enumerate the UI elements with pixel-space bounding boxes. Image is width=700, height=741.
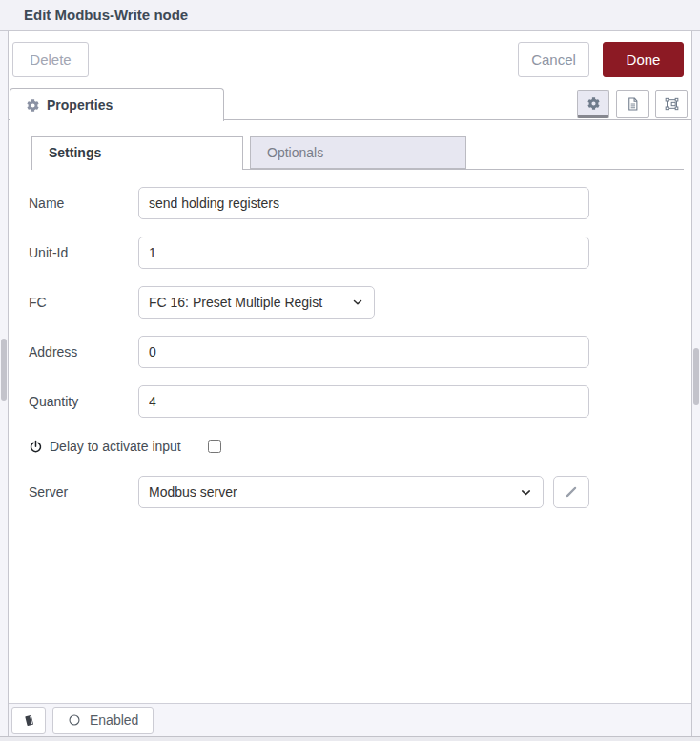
delay-label: Delay to activate input bbox=[50, 439, 181, 454]
address-input[interactable] bbox=[138, 336, 589, 368]
chevron-down-icon bbox=[351, 296, 364, 309]
tray-footer: Enabled bbox=[9, 703, 691, 736]
enabled-toggle-button[interactable]: Enabled bbox=[52, 707, 154, 734]
unit-id-input[interactable] bbox=[138, 237, 589, 269]
document-icon bbox=[626, 96, 640, 112]
dialog-header: Edit Modbus-Write node bbox=[0, 0, 700, 31]
fc-selected-value: FC 16: Preset Multiple Regist bbox=[149, 295, 343, 310]
tab-optionals[interactable]: Optionals bbox=[250, 136, 466, 169]
fc-label: FC bbox=[29, 295, 138, 310]
fc-select[interactable]: FC 16: Preset Multiple Regist bbox=[138, 286, 375, 319]
sidebar-scrollbar[interactable] bbox=[692, 31, 700, 736]
book-icon bbox=[22, 713, 36, 728]
properties-tool-button[interactable] bbox=[577, 90, 609, 118]
edit-node-dialog: Edit Modbus-Write node Delete Cancel Don… bbox=[0, 0, 700, 741]
appearance-tool-button[interactable] bbox=[655, 90, 688, 118]
description-tool-button[interactable] bbox=[616, 90, 649, 118]
workspace-edge bbox=[0, 736, 700, 741]
properties-panel: Settings Optionals Name Unit-Id FC FC 16… bbox=[9, 120, 691, 703]
tab-settings[interactable]: Settings bbox=[31, 136, 243, 170]
quantity-label: Quantity bbox=[29, 394, 138, 409]
palette-scrollbar[interactable] bbox=[0, 31, 8, 736]
pencil-icon bbox=[565, 485, 578, 499]
settings-form: Name Unit-Id FC FC 16: Preset Multiple R… bbox=[9, 187, 691, 508]
scrollbar-thumb[interactable] bbox=[1, 339, 7, 401]
edit-tray: Delete Cancel Done Properties bbox=[8, 31, 692, 736]
address-label: Address bbox=[29, 344, 138, 360]
name-label: Name bbox=[29, 196, 138, 211]
server-edit-button[interactable] bbox=[553, 476, 589, 508]
dialog-toolbar: Delete Cancel Done bbox=[9, 31, 691, 88]
unit-id-row: Unit-Id bbox=[9, 237, 691, 269]
scrollbar-thumb[interactable] bbox=[693, 348, 699, 405]
name-input[interactable] bbox=[138, 187, 589, 219]
server-selected-value: Modbus server bbox=[149, 484, 511, 500]
delete-button[interactable]: Delete bbox=[12, 42, 89, 77]
delay-checkbox[interactable] bbox=[208, 440, 221, 453]
gear-icon bbox=[27, 99, 39, 112]
done-button[interactable]: Done bbox=[603, 42, 684, 77]
quantity-input[interactable] bbox=[138, 385, 589, 418]
enabled-label: Enabled bbox=[90, 712, 138, 728]
cancel-button[interactable]: Cancel bbox=[518, 42, 589, 77]
quantity-row: Quantity bbox=[9, 385, 691, 418]
delay-row: Delay to activate input bbox=[9, 435, 691, 458]
tray-tabbar: Properties bbox=[9, 88, 691, 120]
dialog-title: Edit Modbus-Write node bbox=[24, 7, 188, 23]
tab-properties[interactable]: Properties bbox=[10, 88, 224, 121]
server-label: Server bbox=[29, 484, 138, 500]
chevron-down-icon bbox=[519, 485, 533, 500]
server-row: Server Modbus server bbox=[9, 476, 691, 508]
server-select[interactable]: Modbus server bbox=[138, 476, 544, 508]
unit-id-label: Unit-Id bbox=[29, 245, 138, 260]
settings-tabbar: Settings Optionals bbox=[9, 136, 691, 170]
circle-icon bbox=[68, 713, 81, 727]
node-help-button[interactable] bbox=[11, 707, 46, 734]
gear-icon bbox=[587, 97, 600, 110]
tray-tools bbox=[577, 90, 688, 118]
power-icon bbox=[29, 440, 43, 454]
name-row: Name bbox=[9, 187, 691, 219]
address-row: Address bbox=[9, 336, 691, 368]
tab-properties-label: Properties bbox=[47, 97, 113, 113]
fc-row: FC FC 16: Preset Multiple Regist bbox=[9, 286, 691, 319]
appearance-icon bbox=[664, 96, 680, 112]
